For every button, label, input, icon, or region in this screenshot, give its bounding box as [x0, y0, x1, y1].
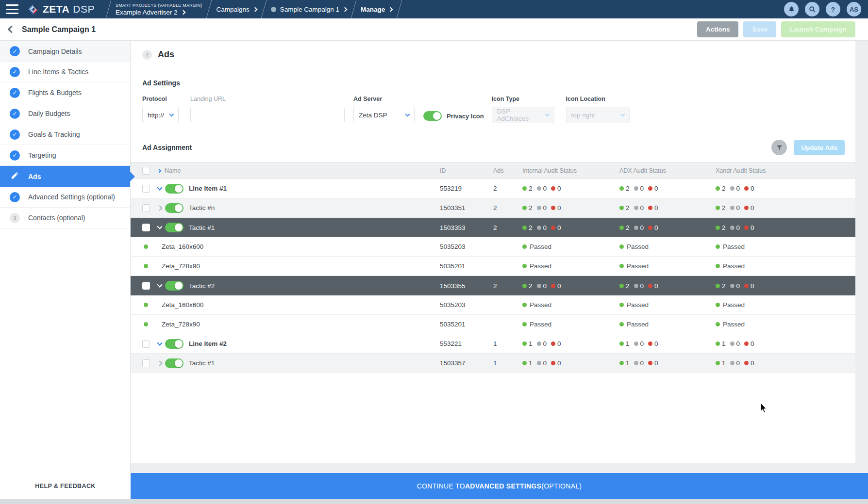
table-row-zeta-160x600[interactable]: Zeta_160x6005035203PassedPassedPassed [131, 295, 855, 315]
audit-count: 0 [736, 204, 740, 211]
table-row-tactic-2[interactable]: Tactic #215033552200200200 [131, 276, 855, 295]
row-enabled-toggle[interactable] [165, 223, 184, 232]
ad-name: Zeta_160x600 [162, 301, 203, 309]
sidebar-item-targeting[interactable]: ✓Targeting [0, 145, 130, 166]
row-checkbox[interactable] [142, 282, 150, 290]
help-icon: ? [831, 6, 835, 13]
privacy-icon-toggle[interactable] [423, 111, 442, 121]
row-checkbox[interactable] [142, 340, 150, 348]
green-dot-icon [522, 206, 527, 210]
breadcrumb-item-manage[interactable]: Manage [361, 0, 392, 18]
audit-status-counts: 100 [522, 340, 619, 347]
ad-server-select[interactable]: Zeta DSP [353, 107, 415, 123]
sidebar-item-line-items-tactics[interactable]: ✓Line Items & Tactics [0, 62, 130, 82]
audit-count: 0 [654, 185, 658, 192]
green-dot-icon [716, 284, 720, 288]
green-dot-icon [716, 322, 720, 326]
chevron-down-icon [169, 112, 174, 117]
row-enabled-toggle[interactable] [165, 339, 184, 349]
audit-count: 2 [626, 204, 630, 211]
launch-campaign-button[interactable]: Launch Campaign [781, 21, 855, 37]
breadcrumb-item-campaigns[interactable]: Campaigns [216, 0, 256, 18]
green-dot-icon [522, 322, 527, 326]
breadcrumb-item-example-advertiser-2[interactable]: SMART PROJECTS (VARIABLE MARGIN)Example … [116, 0, 202, 18]
protocol-select[interactable]: http:// [142, 107, 179, 123]
help-feedback-button[interactable]: HELP & FEEDBACK [0, 473, 131, 499]
row-enabled-toggle[interactable] [165, 281, 184, 291]
sidebar-item-label: Ads [28, 173, 41, 180]
sidebar-item-campaign-details[interactable]: ✓Campaign Details [0, 41, 130, 62]
row-checkbox[interactable] [142, 224, 150, 231]
table-row-tactic-1[interactable]: Tactic #115033571100100100 [131, 354, 855, 373]
sidebar-item-label: Flights & Budgets [28, 89, 82, 97]
audit-status-counts: 100 [619, 359, 716, 367]
table-row-tactic-n[interactable]: Tactic #n15033512200200200 [131, 198, 855, 218]
table-row-line-item-1[interactable]: Line Item #15532192200200200 [131, 179, 855, 198]
hamburger-menu-icon[interactable] [6, 4, 18, 14]
row-enabled-toggle[interactable] [165, 184, 184, 194]
audit-count: 0 [654, 340, 658, 347]
table-row-line-item-2[interactable]: Line Item #25532211100100100 [131, 334, 855, 354]
cell-id: 5035203 [440, 243, 493, 250]
sidebar: ✓Campaign Details✓Line Items & Tactics✓F… [0, 41, 131, 473]
gray-dot-icon [730, 284, 734, 288]
filter-button[interactable] [771, 140, 787, 155]
breadcrumb-item-sample-campaign-1[interactable]: Sample Campaign 1 [271, 0, 347, 18]
row-enabled-toggle[interactable] [165, 203, 184, 213]
icon-location-select[interactable]: top right [566, 107, 630, 123]
table-row-tactic-1[interactable]: Tactic #115033532200200200 [131, 218, 855, 237]
red-dot-icon [551, 206, 555, 210]
green-dot-icon [522, 226, 527, 230]
landing-url-input[interactable] [190, 107, 345, 123]
audit-count: 2 [626, 185, 630, 192]
check-icon: ✓ [10, 88, 20, 98]
sidebar-item-goals-tracking[interactable]: ✓Goals & Tracking [0, 124, 130, 145]
sidebar-item-flights-budgets[interactable]: ✓Flights & Budgets [0, 82, 130, 103]
row-enabled-toggle[interactable] [165, 358, 184, 368]
audit-count: 2 [722, 224, 726, 231]
gray-dot-icon [730, 226, 734, 230]
sidebar-item-label: Goals & Tracking [28, 130, 80, 138]
breadcrumb-divider [261, 0, 267, 18]
audit-count: 0 [543, 185, 547, 192]
breadcrumb-label: Example Advertiser 2 [116, 9, 178, 16]
audit-count: 1 [722, 340, 726, 347]
notifications-button[interactable] [784, 2, 799, 16]
help-button[interactable]: ? [826, 2, 840, 16]
ad-name: Zeta_160x600 [162, 243, 203, 250]
row-collapse-chevron[interactable] [157, 224, 162, 229]
audit-count: 0 [557, 282, 561, 290]
sidebar-item-advanced-settings-optional[interactable]: ✓Advanced Settings (optional) [0, 187, 130, 208]
row-collapse-chevron[interactable] [157, 282, 162, 287]
sidebar-item-contacts-optional[interactable]: 9Contacts (optional) [0, 208, 130, 228]
audit-count: 0 [640, 204, 644, 211]
row-checkbox[interactable] [142, 359, 150, 367]
red-dot-icon [744, 361, 749, 365]
row-expand-chevron[interactable] [157, 360, 162, 366]
actions-button[interactable]: Actions [697, 21, 739, 37]
update-ads-button[interactable]: Update Ads [794, 140, 845, 155]
row-collapse-chevron[interactable] [157, 340, 162, 345]
save-button[interactable]: Save [743, 21, 776, 37]
continue-button[interactable]: CONTINUE TO ADVANCED SETTINGS (OPTIONAL) [131, 473, 868, 499]
step-number-badge: 7 [142, 50, 152, 60]
search-button[interactable] [805, 2, 819, 16]
select-all-checkbox[interactable] [142, 167, 150, 175]
green-dot-icon [619, 244, 624, 249]
table-row-zeta-728x90[interactable]: Zeta_728x905035201PassedPassedPassed [131, 257, 855, 276]
table-row-zeta-728x90[interactable]: Zeta_728x905035201PassedPassedPassed [131, 315, 855, 334]
row-checkbox[interactable] [142, 204, 150, 212]
row-expand-chevron[interactable] [157, 205, 162, 211]
brand-logo[interactable]: ZETA DSP [27, 3, 95, 16]
row-collapse-chevron[interactable] [157, 185, 162, 190]
icon-type-select[interactable]: DSP AdChoices [492, 107, 554, 123]
audit-count: 0 [557, 340, 561, 347]
table-row-zeta-160x600[interactable]: Zeta_160x6005035203PassedPassedPassed [131, 237, 855, 257]
back-button[interactable] [8, 26, 16, 33]
sidebar-item-daily-budgets[interactable]: ✓Daily Budgets [0, 103, 130, 124]
row-checkbox[interactable] [142, 185, 150, 193]
avatar[interactable]: AS [847, 2, 861, 16]
chevron-down-icon [545, 112, 550, 117]
cell-ads-count: 2 [493, 282, 522, 290]
sidebar-item-ads[interactable]: Ads [0, 166, 130, 187]
